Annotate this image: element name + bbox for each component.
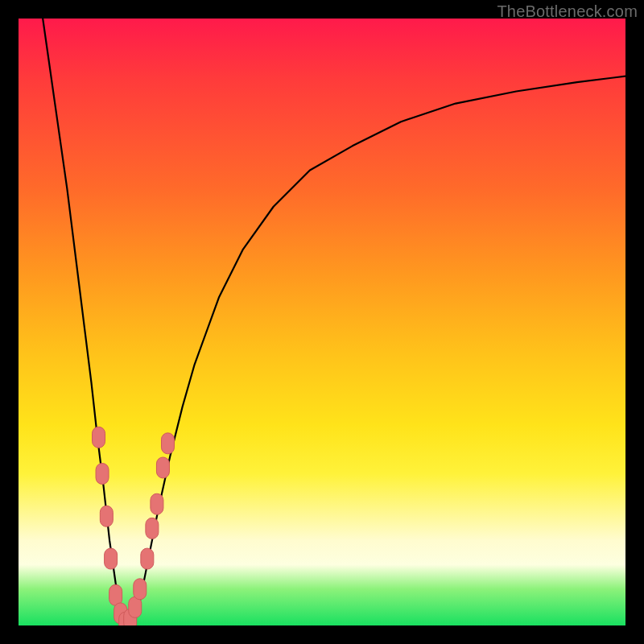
- data-marker: [93, 427, 105, 448]
- bottleneck-curve: [43, 19, 625, 625]
- data-marker: [109, 584, 122, 605]
- data-marker: [161, 433, 174, 454]
- data-marker: [134, 579, 147, 600]
- data-marker: [100, 506, 113, 526]
- curve-layer: [19, 19, 625, 625]
- data-marker: [141, 548, 154, 569]
- data-marker: [151, 493, 163, 514]
- data-marker: [105, 548, 118, 569]
- data-marker: [129, 597, 142, 617]
- data-marker: [146, 518, 159, 539]
- data-marker: [156, 457, 169, 478]
- data-marker: [96, 464, 109, 485]
- chart-frame: TheBottleneck.com: [0, 0, 644, 644]
- watermark-text: TheBottleneck.com: [497, 2, 638, 21]
- plot-area: [19, 19, 625, 625]
